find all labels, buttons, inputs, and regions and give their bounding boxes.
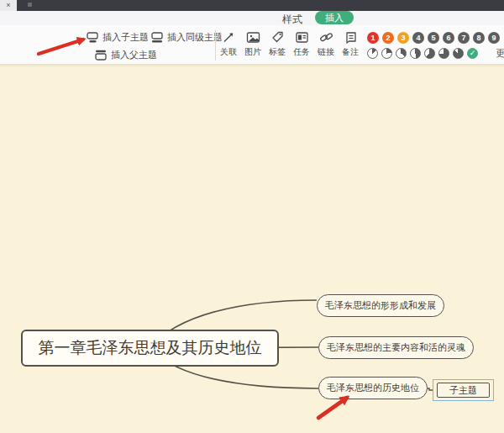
subtopic-node-selected[interactable]: 子主题 bbox=[437, 383, 490, 398]
task-icon bbox=[295, 30, 309, 45]
window-dark-bar bbox=[17, 0, 504, 11]
note-button[interactable]: 备注 bbox=[338, 30, 363, 58]
insert-sibling-topic-icon bbox=[151, 32, 164, 43]
mindmap-canvas[interactable]: 第一章毛泽东思想及其历史地位 毛泽东思想的形形成和发展 毛泽东思想的主要内容和活… bbox=[0, 64, 504, 433]
insert-child-topic-label: 插入子主题 bbox=[102, 31, 149, 44]
progress-marker-2[interactable] bbox=[381, 48, 392, 59]
titlebar: × bbox=[0, 0, 504, 11]
tab-style[interactable]: 样式 bbox=[282, 13, 302, 27]
child-topic-2[interactable]: 毛泽东思想的主要内容和活的灵魂 bbox=[318, 336, 474, 359]
note-icon bbox=[344, 30, 358, 45]
insert-sibling-topic-button[interactable]: 插入同级主题 bbox=[151, 31, 223, 44]
relationship-label: 关联 bbox=[216, 46, 241, 58]
progress-marker-3[interactable] bbox=[396, 48, 407, 59]
more-button[interactable]: 更 bbox=[496, 47, 504, 60]
child-topic-1[interactable]: 毛泽东思想的形形成和发展 bbox=[317, 294, 444, 317]
marker-palette: 123456789 ✓ bbox=[367, 32, 500, 64]
insert-child-topic-button[interactable]: 插入子主题 bbox=[87, 31, 149, 44]
progress-marker-done[interactable]: ✓ bbox=[467, 48, 478, 59]
priority-marker-8[interactable]: 8 bbox=[473, 32, 485, 44]
titlebar-glyph bbox=[28, 3, 32, 7]
relationship-button[interactable]: 关联 bbox=[216, 30, 241, 58]
priority-marker-7[interactable]: 7 bbox=[458, 32, 470, 44]
note-label: 备注 bbox=[338, 46, 363, 58]
progress-marker-7[interactable] bbox=[453, 48, 464, 59]
insert-child-topic-icon bbox=[87, 32, 99, 43]
priority-marker-4[interactable]: 4 bbox=[412, 32, 424, 44]
tab-insert-active[interactable]: 插入 bbox=[315, 11, 354, 24]
label-label: 标签 bbox=[265, 46, 290, 58]
image-button[interactable]: 图片 bbox=[240, 30, 265, 58]
mindmap-application: × 样式 插入 插入子主题 插入同级主题 bbox=[0, 0, 504, 433]
priority-markers: 123456789 bbox=[367, 32, 500, 45]
image-label: 图片 bbox=[240, 46, 265, 58]
label-button[interactable]: 标签 bbox=[265, 30, 290, 58]
ribbon-tabs: 样式 插入 bbox=[0, 11, 504, 25]
subtopic-selection-frame: 子主题 bbox=[433, 379, 494, 401]
mindmap-edges bbox=[0, 64, 504, 433]
priority-marker-2[interactable]: 2 bbox=[382, 32, 394, 44]
child-topic-3[interactable]: 毛泽东思想的历史地位 bbox=[318, 377, 428, 399]
task-label: 任务 bbox=[289, 46, 314, 58]
image-icon bbox=[246, 30, 260, 45]
progress-markers: ✓ bbox=[367, 48, 500, 61]
root-topic[interactable]: 第一章毛泽东思想及其历史地位 bbox=[21, 330, 279, 367]
progress-marker-4[interactable] bbox=[410, 48, 421, 59]
insert-parent-topic-icon bbox=[95, 50, 108, 61]
link-button[interactable]: 链接 bbox=[313, 30, 339, 58]
tag-icon bbox=[270, 30, 285, 45]
link-icon bbox=[319, 30, 333, 45]
link-label: 链接 bbox=[313, 46, 339, 58]
progress-marker-5[interactable] bbox=[424, 48, 435, 59]
priority-marker-9[interactable]: 9 bbox=[488, 32, 500, 44]
priority-marker-5[interactable]: 5 bbox=[428, 32, 439, 44]
insert-parent-topic-button[interactable]: 插入父主题 bbox=[95, 49, 157, 61]
insert-parent-topic-label: 插入父主题 bbox=[111, 49, 157, 61]
progress-marker-1[interactable] bbox=[367, 48, 378, 59]
priority-marker-1[interactable]: 1 bbox=[367, 32, 379, 44]
tab-close-button[interactable]: × bbox=[0, 0, 17, 11]
progress-marker-6[interactable] bbox=[438, 48, 449, 59]
priority-marker-6[interactable]: 6 bbox=[443, 32, 454, 44]
relationship-arrow-icon bbox=[222, 30, 235, 45]
toolbar: 样式 插入 插入子主题 插入同级主题 插入父主题 bbox=[0, 11, 504, 65]
task-button[interactable]: 任务 bbox=[289, 30, 314, 58]
priority-marker-3[interactable]: 3 bbox=[397, 32, 409, 44]
